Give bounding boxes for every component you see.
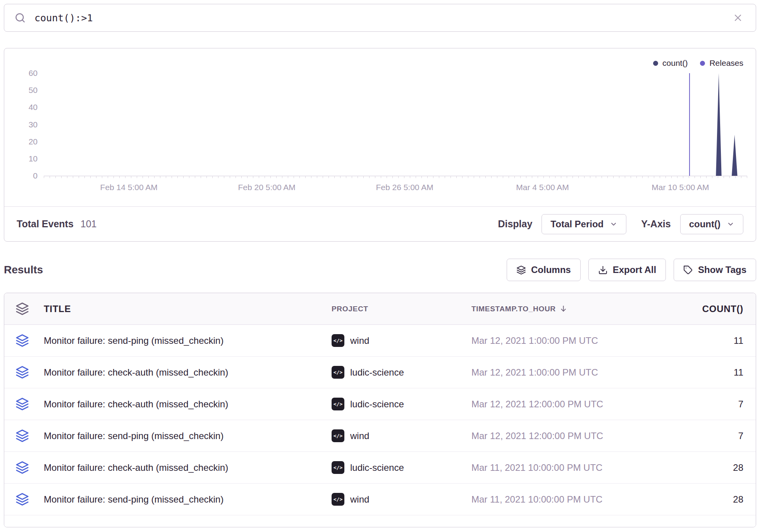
column-header-title[interactable]: TITLE (40, 304, 332, 314)
timestamp-cell: Mar 11, 2021 10:00:00 PM UTC (471, 494, 657, 505)
x-axis-tick: Feb 20 5:00 AM (238, 183, 296, 192)
legend-label-count: count() (662, 58, 688, 68)
table-row[interactable]: Monitor failure: send-ping (missed_check… (4, 325, 756, 357)
events-chart (44, 73, 747, 176)
chart-legend: count() Releases (653, 58, 743, 68)
stack-icon[interactable] (15, 461, 29, 474)
y-axis-tick: 10 (29, 154, 38, 163)
column-header-timestamp[interactable]: TIMESTAMP.TO_HOUR (471, 305, 657, 313)
event-title[interactable]: Monitor failure: send-ping (missed_check… (40, 335, 332, 346)
x-axis: Feb 14 5:00 AM Feb 20 5:00 AM Feb 26 5:0… (44, 183, 747, 194)
column-header-project[interactable]: PROJECT (332, 305, 471, 313)
chevron-down-icon (610, 220, 617, 228)
stack-icon[interactable] (15, 366, 29, 379)
project-cell: </> wind (332, 493, 471, 506)
project-name: wind (350, 335, 369, 346)
project-platform-icon: </> (332, 461, 344, 474)
column-header-count[interactable]: COUNT() (657, 304, 756, 314)
table-row[interactable]: Monitor failure: check-auth (missed_chec… (4, 357, 756, 388)
project-name: ludic-science (350, 462, 404, 473)
total-events-label: Total Events (17, 218, 74, 230)
total-events-value: 101 (81, 218, 97, 230)
project-platform-icon: </> (332, 429, 344, 442)
table-row[interactable]: Monitor failure: send-ping (missed_check… (4, 484, 756, 515)
project-name: wind (350, 494, 369, 505)
timestamp-cell: Mar 12, 2021 12:00:00 PM UTC (471, 431, 657, 441)
timestamp-cell: Mar 11, 2021 10:00:00 PM UTC (471, 462, 657, 473)
show-tags-button[interactable]: Show Tags (674, 259, 756, 281)
y-axis-tick: 20 (29, 137, 38, 146)
yaxis-label: Y-Axis (641, 218, 671, 230)
event-title[interactable]: Monitor failure: check-auth (missed_chec… (40, 399, 332, 410)
table-row[interactable]: Monitor failure: check-auth (missed_chec… (4, 452, 756, 484)
project-name: wind (350, 431, 369, 441)
project-name: ludic-science (350, 367, 404, 378)
yaxis-dropdown-value: count() (689, 219, 720, 230)
event-title[interactable]: Monitor failure: send-ping (missed_check… (40, 431, 332, 441)
tag-icon (683, 265, 693, 275)
legend-item-count[interactable]: count() (653, 58, 688, 68)
stack-column-header (4, 302, 40, 316)
timestamp-cell: Mar 12, 2021 1:00:00 PM UTC (471, 367, 657, 378)
legend-dot-releases (700, 61, 705, 66)
events-chart-panel: count() Releases 60 50 40 30 20 10 0 Feb… (4, 48, 756, 242)
event-title[interactable]: Monitor failure: check-auth (missed_chec… (40, 462, 332, 473)
event-title[interactable]: Monitor failure: check-auth (missed_chec… (40, 367, 332, 378)
results-table: TITLE PROJECT TIMESTAMP.TO_HOUR COUNT() … (4, 293, 756, 527)
table-row[interactable]: Monitor failure: send-ping (missed_check… (4, 420, 756, 452)
timestamp-cell: Mar 12, 2021 1:00:00 PM UTC (471, 335, 657, 346)
legend-dot-count (653, 61, 658, 66)
chart-footer: Total Events 101 Display Total Period Y-… (4, 206, 756, 241)
close-icon (732, 12, 743, 23)
search-icon (14, 12, 26, 24)
search-bar (4, 4, 756, 32)
table-row[interactable]: Monitor failure: check-auth (missed_chec… (4, 388, 756, 420)
stack-icon[interactable] (15, 493, 29, 506)
columns-button-label: Columns (531, 264, 571, 275)
project-cell: </> ludic-science (332, 398, 471, 410)
yaxis-dropdown[interactable]: count() (680, 214, 743, 234)
stack-icon[interactable] (15, 334, 29, 347)
event-title[interactable]: Monitor failure: send-ping (missed_check… (40, 494, 332, 505)
table-header-row: TITLE PROJECT TIMESTAMP.TO_HOUR COUNT() (4, 293, 756, 325)
stack-icon[interactable] (15, 429, 29, 443)
results-heading: Results (4, 264, 43, 276)
display-dropdown-value: Total Period (550, 219, 604, 230)
project-platform-icon: </> (332, 493, 344, 506)
project-name: ludic-science (350, 399, 404, 410)
results-bar: Results Columns Export All Show Tags (4, 259, 756, 281)
project-platform-icon: </> (332, 398, 344, 410)
results-actions: Columns Export All Show Tags (507, 259, 756, 281)
project-cell: </> ludic-science (332, 461, 471, 474)
sort-desc-icon (559, 305, 567, 313)
timestamp-cell: Mar 12, 2021 12:00:00 PM UTC (471, 399, 657, 410)
x-axis-tick: Mar 10 5:00 AM (652, 183, 709, 192)
export-all-button[interactable]: Export All (588, 259, 666, 281)
count-cell: 7 (657, 399, 756, 410)
y-axis-tick: 50 (29, 86, 38, 95)
show-tags-button-label: Show Tags (698, 264, 746, 275)
count-cell: 11 (657, 367, 756, 378)
columns-button[interactable]: Columns (507, 259, 581, 281)
project-cell: </> wind (332, 334, 471, 347)
display-dropdown[interactable]: Total Period (542, 214, 626, 234)
download-icon (598, 265, 608, 275)
clear-search-button[interactable] (730, 10, 746, 26)
chevron-down-icon (727, 220, 734, 228)
stack-icon[interactable] (15, 397, 29, 411)
x-axis-tick: Feb 26 5:00 AM (376, 183, 433, 192)
legend-label-releases: Releases (709, 58, 743, 68)
table-row-partial (4, 515, 756, 527)
project-platform-icon: </> (332, 334, 344, 347)
stack-icon (15, 302, 29, 316)
y-axis-tick: 60 (29, 69, 38, 78)
count-cell: 28 (657, 462, 756, 473)
project-platform-icon: </> (332, 366, 344, 379)
search-input[interactable] (34, 12, 730, 24)
count-cell: 11 (657, 335, 756, 346)
legend-item-releases[interactable]: Releases (700, 58, 743, 68)
count-cell: 7 (657, 431, 756, 441)
chart-region: count() Releases 60 50 40 30 20 10 0 Feb… (4, 48, 756, 207)
y-axis-tick: 0 (33, 171, 38, 180)
y-axis-tick: 30 (29, 120, 38, 129)
